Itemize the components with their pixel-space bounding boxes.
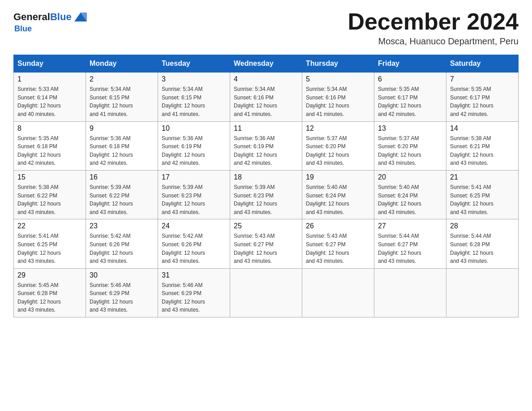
day-number: 14 [450, 124, 515, 133]
calendar-day-cell: 27Sunrise: 5:44 AMSunset: 6:27 PMDayligh… [374, 219, 446, 268]
day-number: 17 [162, 173, 226, 181]
col-header-friday: Friday [374, 55, 446, 73]
calendar-day-cell: 20Sunrise: 5:40 AMSunset: 6:24 PMDayligh… [374, 170, 446, 219]
day-number: 10 [162, 124, 226, 133]
calendar-day-cell: 9Sunrise: 5:36 AMSunset: 6:18 PMDaylight… [86, 121, 158, 170]
day-info: Sunrise: 5:33 AMSunset: 6:14 PMDaylight:… [17, 85, 82, 118]
calendar-day-cell: 23Sunrise: 5:42 AMSunset: 6:26 PMDayligh… [86, 219, 158, 268]
day-info: Sunrise: 5:40 AMSunset: 6:24 PMDaylight:… [306, 183, 370, 216]
day-number: 19 [306, 173, 370, 181]
day-info: Sunrise: 5:40 AMSunset: 6:24 PMDaylight:… [378, 183, 442, 216]
calendar-day-cell: 10Sunrise: 5:36 AMSunset: 6:19 PMDayligh… [158, 121, 230, 170]
day-info: Sunrise: 5:41 AMSunset: 6:25 PMDaylight:… [450, 183, 515, 216]
day-info: Sunrise: 5:37 AMSunset: 6:20 PMDaylight:… [378, 134, 442, 167]
col-header-wednesday: Wednesday [230, 55, 302, 73]
calendar-day-cell: 8Sunrise: 5:35 AMSunset: 6:18 PMDaylight… [14, 121, 86, 170]
month-title: December 2024 [348, 9, 519, 34]
day-info: Sunrise: 5:35 AMSunset: 6:17 PMDaylight:… [378, 85, 442, 118]
day-number: 7 [450, 75, 515, 83]
calendar-week-row: 15Sunrise: 5:38 AMSunset: 6:22 PMDayligh… [14, 170, 519, 219]
day-number: 11 [234, 124, 298, 133]
day-number: 28 [450, 222, 515, 230]
day-info: Sunrise: 5:39 AMSunset: 6:23 PMDaylight:… [162, 183, 226, 216]
empty-cell [446, 268, 519, 317]
day-number: 27 [378, 222, 442, 230]
day-info: Sunrise: 5:34 AMSunset: 6:15 PMDaylight:… [162, 85, 226, 118]
calendar-day-cell: 2Sunrise: 5:34 AMSunset: 6:15 PMDaylight… [86, 73, 158, 121]
calendar-day-cell: 26Sunrise: 5:43 AMSunset: 6:27 PMDayligh… [302, 219, 374, 268]
day-info: Sunrise: 5:42 AMSunset: 6:26 PMDaylight:… [90, 232, 154, 265]
empty-cell [302, 268, 374, 317]
day-number: 25 [234, 222, 298, 230]
day-info: Sunrise: 5:46 AMSunset: 6:29 PMDaylight:… [162, 281, 226, 314]
day-info: Sunrise: 5:34 AMSunset: 6:15 PMDaylight:… [90, 85, 154, 118]
day-info: Sunrise: 5:46 AMSunset: 6:29 PMDaylight:… [90, 281, 154, 314]
calendar-day-cell: 4Sunrise: 5:34 AMSunset: 6:16 PMDaylight… [230, 73, 302, 121]
day-number: 24 [162, 222, 226, 230]
day-info: Sunrise: 5:44 AMSunset: 6:27 PMDaylight:… [378, 232, 442, 265]
col-header-monday: Monday [86, 55, 158, 73]
day-number: 26 [306, 222, 370, 230]
calendar-day-cell: 7Sunrise: 5:35 AMSunset: 6:17 PMDaylight… [446, 73, 519, 121]
location: Mosca, Huanuco Department, Peru [348, 36, 519, 47]
day-info: Sunrise: 5:34 AMSunset: 6:16 PMDaylight:… [306, 85, 370, 118]
calendar-day-cell: 15Sunrise: 5:38 AMSunset: 6:22 PMDayligh… [14, 170, 86, 219]
calendar-day-cell: 21Sunrise: 5:41 AMSunset: 6:25 PMDayligh… [446, 170, 519, 219]
logo-icon [73, 9, 89, 25]
day-info: Sunrise: 5:36 AMSunset: 6:19 PMDaylight:… [162, 134, 226, 167]
day-number: 4 [234, 75, 298, 83]
calendar-day-cell: 24Sunrise: 5:42 AMSunset: 6:26 PMDayligh… [158, 219, 230, 268]
logo-blue-label: Blue [14, 24, 89, 34]
calendar-week-row: 29Sunrise: 5:45 AMSunset: 6:28 PMDayligh… [14, 268, 519, 317]
calendar-day-cell: 11Sunrise: 5:36 AMSunset: 6:19 PMDayligh… [230, 121, 302, 170]
day-number: 16 [90, 173, 154, 181]
col-header-tuesday: Tuesday [158, 55, 230, 73]
day-info: Sunrise: 5:36 AMSunset: 6:18 PMDaylight:… [90, 134, 154, 167]
day-number: 12 [306, 124, 370, 133]
day-info: Sunrise: 5:34 AMSunset: 6:16 PMDaylight:… [234, 85, 298, 118]
logo: GeneralBlue Blue [13, 9, 89, 34]
day-info: Sunrise: 5:39 AMSunset: 6:23 PMDaylight:… [234, 183, 298, 216]
day-info: Sunrise: 5:35 AMSunset: 6:18 PMDaylight:… [17, 134, 82, 167]
col-header-sunday: Sunday [14, 55, 86, 73]
empty-cell [374, 268, 446, 317]
calendar-day-cell: 25Sunrise: 5:43 AMSunset: 6:27 PMDayligh… [230, 219, 302, 268]
day-info: Sunrise: 5:38 AMSunset: 6:21 PMDaylight:… [450, 134, 515, 167]
day-number: 1 [17, 75, 82, 83]
day-number: 29 [17, 271, 82, 279]
day-number: 21 [450, 173, 515, 181]
calendar-day-cell: 17Sunrise: 5:39 AMSunset: 6:23 PMDayligh… [158, 170, 230, 219]
calendar-day-cell: 22Sunrise: 5:41 AMSunset: 6:25 PMDayligh… [14, 219, 86, 268]
day-number: 6 [378, 75, 442, 83]
day-number: 13 [378, 124, 442, 133]
logo-text: GeneralBlue [13, 12, 72, 22]
day-info: Sunrise: 5:43 AMSunset: 6:27 PMDaylight:… [234, 232, 298, 265]
day-number: 5 [306, 75, 370, 83]
day-info: Sunrise: 5:45 AMSunset: 6:28 PMDaylight:… [17, 281, 82, 314]
calendar-day-cell: 14Sunrise: 5:38 AMSunset: 6:21 PMDayligh… [446, 121, 519, 170]
calendar-day-cell: 18Sunrise: 5:39 AMSunset: 6:23 PMDayligh… [230, 170, 302, 219]
calendar-table: SundayMondayTuesdayWednesdayThursdayFrid… [13, 55, 519, 317]
calendar-day-cell: 19Sunrise: 5:40 AMSunset: 6:24 PMDayligh… [302, 170, 374, 219]
day-info: Sunrise: 5:39 AMSunset: 6:22 PMDaylight:… [90, 183, 154, 216]
calendar-week-row: 22Sunrise: 5:41 AMSunset: 6:25 PMDayligh… [14, 219, 519, 268]
title-block: December 2024 Mosca, Huanuco Department,… [348, 9, 519, 47]
calendar-day-cell: 5Sunrise: 5:34 AMSunset: 6:16 PMDaylight… [302, 73, 374, 121]
calendar-day-cell: 16Sunrise: 5:39 AMSunset: 6:22 PMDayligh… [86, 170, 158, 219]
calendar-day-cell: 1Sunrise: 5:33 AMSunset: 6:14 PMDaylight… [14, 73, 86, 121]
page-header: GeneralBlue Blue December 2024 Mosca, Hu… [13, 9, 519, 47]
day-info: Sunrise: 5:43 AMSunset: 6:27 PMDaylight:… [306, 232, 370, 265]
col-header-thursday: Thursday [302, 55, 374, 73]
calendar-day-cell: 29Sunrise: 5:45 AMSunset: 6:28 PMDayligh… [14, 268, 86, 317]
calendar-day-cell: 28Sunrise: 5:44 AMSunset: 6:28 PMDayligh… [446, 219, 519, 268]
day-number: 31 [162, 271, 226, 279]
day-number: 18 [234, 173, 298, 181]
day-info: Sunrise: 5:35 AMSunset: 6:17 PMDaylight:… [450, 85, 515, 118]
calendar-day-cell: 31Sunrise: 5:46 AMSunset: 6:29 PMDayligh… [158, 268, 230, 317]
day-info: Sunrise: 5:38 AMSunset: 6:22 PMDaylight:… [17, 183, 82, 216]
day-number: 3 [162, 75, 226, 83]
day-info: Sunrise: 5:44 AMSunset: 6:28 PMDaylight:… [450, 232, 515, 265]
day-number: 8 [17, 124, 82, 133]
calendar-day-cell: 3Sunrise: 5:34 AMSunset: 6:15 PMDaylight… [158, 73, 230, 121]
day-number: 15 [17, 173, 82, 181]
